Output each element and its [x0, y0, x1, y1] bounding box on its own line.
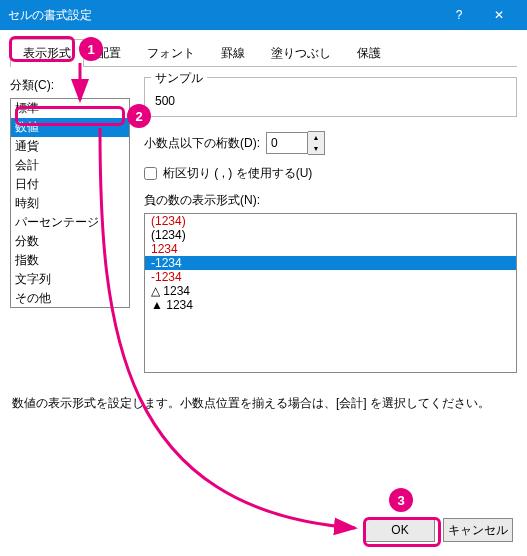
negative-format-label: 負の数の表示形式(N):	[144, 192, 517, 209]
category-item[interactable]: 会計	[11, 156, 129, 175]
title-bar: セルの書式設定 ? ✕	[0, 0, 527, 30]
ok-button[interactable]: OK	[365, 518, 435, 542]
sample-group: サンプル 500	[144, 77, 517, 117]
sample-legend: サンプル	[151, 70, 207, 87]
thousands-checkbox[interactable]	[144, 167, 157, 180]
negative-format-item[interactable]: △ 1234	[145, 284, 516, 298]
badge-3: 3	[389, 488, 413, 512]
category-item[interactable]: 数値	[11, 118, 129, 137]
category-item[interactable]: 標準	[11, 99, 129, 118]
tab-2[interactable]: フォント	[134, 39, 208, 67]
thousands-label: 桁区切り ( , ) を使用する(U)	[163, 165, 312, 182]
negative-format-item[interactable]: (1234)	[145, 228, 516, 242]
category-item[interactable]: 時刻	[11, 194, 129, 213]
decimals-input[interactable]	[266, 132, 308, 154]
decimals-label: 小数点以下の桁数(D):	[144, 135, 260, 152]
category-item[interactable]: 分数	[11, 232, 129, 251]
close-button[interactable]: ✕	[479, 0, 519, 30]
category-item[interactable]: パーセンテージ	[11, 213, 129, 232]
tab-1[interactable]: 配置	[84, 39, 134, 67]
negative-format-item[interactable]: -1234	[145, 256, 516, 270]
tab-strip: 表示形式配置フォント罫線塗りつぶし保護	[10, 38, 517, 67]
tab-0[interactable]: 表示形式	[10, 39, 84, 67]
window-title: セルの書式設定	[8, 7, 439, 24]
tab-4[interactable]: 塗りつぶし	[258, 39, 344, 67]
category-item[interactable]: 指数	[11, 251, 129, 270]
sample-value: 500	[155, 94, 175, 108]
tab-5[interactable]: 保護	[344, 39, 394, 67]
negative-format-list[interactable]: (1234)(1234)1234-1234-1234△ 1234▲ 1234	[144, 213, 517, 373]
description-text: 数値の表示形式を設定します。小数点位置を揃える場合は、[会計] を選択してくださ…	[12, 395, 515, 412]
cancel-button[interactable]: キャンセル	[443, 518, 513, 542]
tab-3[interactable]: 罫線	[208, 39, 258, 67]
dialog-content: 表示形式配置フォント罫線塗りつぶし保護 分類(C): 標準数値通貨会計日付時刻パ…	[0, 30, 527, 420]
negative-format-item[interactable]: (1234)	[145, 214, 516, 228]
decimals-spinner[interactable]: ▲ ▼	[266, 131, 325, 155]
category-item[interactable]: 文字列	[11, 270, 129, 289]
category-item[interactable]: 日付	[11, 175, 129, 194]
negative-format-item[interactable]: -1234	[145, 270, 516, 284]
negative-format-item[interactable]: 1234	[145, 242, 516, 256]
spinner-up-icon[interactable]: ▲	[308, 132, 324, 143]
category-item[interactable]: 通貨	[11, 137, 129, 156]
help-button[interactable]: ?	[439, 0, 479, 30]
category-label: 分類(C):	[10, 77, 130, 94]
category-item[interactable]: その他	[11, 289, 129, 308]
category-list[interactable]: 標準数値通貨会計日付時刻パーセンテージ分数指数文字列その他ユーザー定義	[10, 98, 130, 308]
spinner-down-icon[interactable]: ▼	[308, 143, 324, 154]
negative-format-item[interactable]: ▲ 1234	[145, 298, 516, 312]
